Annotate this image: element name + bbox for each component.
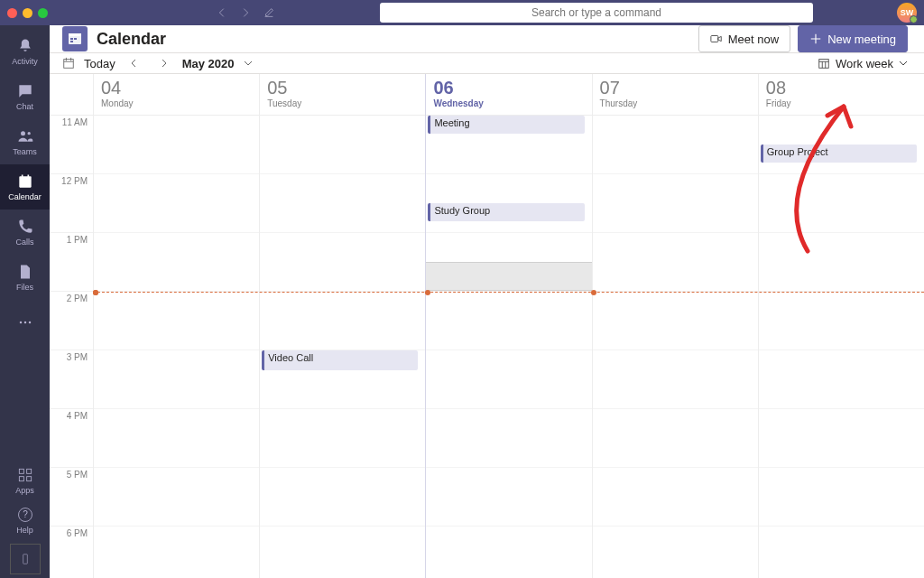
day-column[interactable]: 05TuesdayVideo Call [259,74,425,578]
calendar-cell[interactable] [94,350,259,409]
calendar-app-icon [62,26,88,51]
svg-point-5 [23,322,26,324]
calendar-cell[interactable] [94,468,259,527]
calendar-cell[interactable] [426,350,591,409]
compose-icon[interactable] [263,6,275,19]
calendar-cell[interactable] [759,409,924,468]
calendar-cell[interactable] [759,174,924,233]
calendar-cell[interactable] [94,527,259,578]
rail-more[interactable] [0,300,50,345]
rail-calls[interactable]: Calls [0,210,50,255]
calendar-cell[interactable] [260,468,425,527]
calendar-cell[interactable] [260,174,425,233]
calendar-cell[interactable] [593,409,758,468]
calendar-cell[interactable] [759,292,924,350]
calendar-cell[interactable] [593,292,758,350]
calendar-cell[interactable] [260,233,425,292]
day-column[interactable]: 06WednesdayMeetingStudy Group [425,74,591,578]
calendar-cell[interactable] [593,468,758,527]
calendar-cell[interactable] [593,233,758,292]
day-number: 04 [101,78,252,98]
calendar-event[interactable]: Meeting [428,116,584,134]
calendar-cell[interactable] [94,174,259,233]
close-traffic-light[interactable] [7,8,17,18]
calendar-cell[interactable] [593,527,758,578]
selected-time-slot[interactable] [426,262,591,291]
svg-point-0 [21,131,25,135]
chat-icon [16,82,34,100]
calendar-cell[interactable] [593,116,758,174]
main-area: Calendar Meet now New meeting Today May … [50,25,924,578]
calendar-cell[interactable] [426,468,591,527]
svg-point-4 [19,322,22,324]
calendar-cell[interactable] [759,527,924,578]
calendar-grid[interactable]: 11 AM12 PM1 PM2 PM3 PM4 PM5 PM6 PM 04Mon… [50,74,924,578]
time-label: 12 PM [50,174,93,233]
calendar-cell[interactable] [426,409,591,468]
current-time-indicator [93,292,924,293]
prev-week-button[interactable] [125,53,144,73]
back-icon[interactable] [216,6,228,19]
rail-help[interactable]: ? Help [0,500,50,540]
new-meeting-button[interactable]: New meeting [798,25,908,52]
mobile-icon [19,553,32,565]
avatar[interactable]: SW [897,3,917,23]
next-week-button[interactable] [153,53,173,73]
day-column[interactable]: 07Thursday [592,74,758,578]
calendar-event[interactable]: Study Group [428,203,584,221]
rail-apps[interactable]: Apps [0,461,50,500]
forward-icon[interactable] [239,6,252,19]
month-label[interactable]: May 2020 [182,57,235,70]
help-icon: ? [16,506,34,524]
view-mode-selector[interactable]: Work week [818,57,908,70]
calendar-cell[interactable] [759,350,924,409]
rail-label: Chat [16,102,33,111]
rail-label: Apps [15,486,34,495]
maximize-traffic-light[interactable] [38,8,48,18]
calendar-event[interactable]: Group Project [761,144,917,163]
day-number: 05 [267,78,418,98]
rail-label: Calls [15,238,33,247]
calendar-cell[interactable] [260,292,425,350]
meet-now-button[interactable]: Meet now [698,25,790,52]
today-button[interactable]: Today [84,57,116,70]
rail-chat[interactable]: Chat [0,74,50,119]
calendar-cell[interactable] [759,468,924,527]
calendar-cell[interactable] [260,116,425,174]
calendar-cell[interactable] [759,233,924,292]
rail-label: Teams [13,147,37,156]
rail-activity[interactable]: Activity [0,29,50,74]
calendar-event[interactable]: Video Call [262,350,418,370]
calendar-cell[interactable] [94,409,259,468]
titlebar: Search or type a command SW [0,0,924,25]
calendar-cell[interactable] [94,233,259,292]
minimize-traffic-light[interactable] [23,8,32,18]
calendar-cell[interactable] [260,527,425,578]
rail-calendar[interactable]: Calendar [0,164,50,210]
day-column[interactable]: 04Monday [93,74,259,578]
day-column[interactable]: 08FridayGroup Project [758,74,924,578]
rail-label: Files [16,283,33,292]
svg-rect-15 [69,33,81,36]
bell-icon [16,37,34,55]
calendar-cell[interactable] [260,409,425,468]
rail-files[interactable]: Files [0,255,50,300]
button-label: New meeting [827,33,896,46]
day-name: Tuesday [267,98,418,108]
calendar-cell[interactable] [593,350,758,409]
chevron-down-icon [244,59,253,68]
calendar-cell[interactable] [426,527,591,578]
phone-icon [16,218,34,236]
calendar-cell[interactable] [426,292,591,350]
apps-icon [16,466,34,484]
time-label: 5 PM [50,468,93,527]
rail-mobile[interactable] [10,544,41,574]
day-number: 06 [433,78,584,98]
calendar-cell[interactable] [593,174,758,233]
page-header: Calendar Meet now New meeting [50,25,924,53]
calendar-cell[interactable] [94,116,259,174]
search-input[interactable]: Search or type a command [380,3,813,23]
svg-rect-7 [19,469,23,473]
rail-teams[interactable]: Teams [0,119,50,164]
calendar-cell[interactable] [94,292,259,350]
